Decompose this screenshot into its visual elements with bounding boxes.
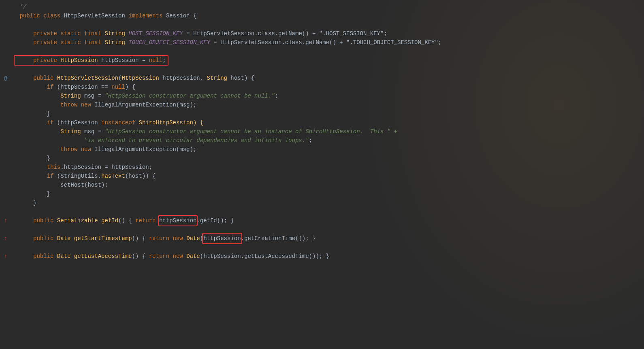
gutter-icon-row: @ (0, 74, 11, 83)
gutter-icon-row (0, 243, 11, 252)
gutter-icon-row (0, 2, 11, 11)
code-line: */ (16, 2, 644, 11)
code-area[interactable]: */ public class HttpServletSession imple… (11, 0, 644, 349)
code-line: } (16, 109, 644, 118)
code-line (16, 65, 644, 74)
gutter-icon-row (0, 20, 11, 29)
code-line: setHost(host); (16, 181, 644, 189)
code-line: if (httpSession instanceof ShiroHttpSess… (16, 118, 644, 127)
gutter-icon-row (0, 56, 11, 65)
gutter-icon-row (0, 127, 11, 136)
gutter-icons: @↑↑↑ (0, 0, 11, 349)
gutter-icon-row (0, 145, 11, 154)
gutter-icon-row (0, 47, 11, 56)
code-line: public Date getLastAccessTime() { return… (16, 252, 644, 261)
gutter-icon-row: ↑ (0, 216, 11, 225)
code-line: "is enforced to prevent circular depende… (16, 136, 644, 145)
gutter-icon-row (0, 92, 11, 100)
code-line: public Date getStartTimestamp() { return… (16, 234, 644, 243)
gutter-icon-row (0, 109, 11, 118)
code-line: } (16, 198, 644, 207)
gutter-icon-row (0, 65, 11, 74)
gutter-icon-row (0, 118, 11, 127)
gutter-icon-row (0, 154, 11, 163)
gutter-icon-row (0, 225, 11, 234)
editor-container: @↑↑↑ */ public class HttpServletSession … (0, 0, 644, 349)
gutter-icon-row (0, 100, 11, 109)
code-line (16, 225, 644, 234)
gutter-icon-row (0, 172, 11, 181)
code-line: throw new IllegalArgumentException(msg); (16, 145, 644, 154)
highlighted-variable: httpSession (159, 216, 196, 225)
gutter-icon-row (0, 189, 11, 198)
gutter-icon-row: ↑ (0, 234, 11, 243)
code-line: if (httpSession == null) { (16, 83, 644, 92)
code-line: private HttpSession httpSession = null; (16, 56, 644, 65)
code-line: private static final String TOUCH_OBJECT… (16, 38, 644, 47)
gutter-icon-row (0, 181, 11, 189)
code-line (16, 243, 644, 252)
code-line: public class HttpServletSession implemen… (16, 11, 644, 20)
gutter-icon-row (0, 83, 11, 92)
gutter-icon-row (0, 136, 11, 145)
gutter-icon-row (0, 11, 11, 20)
code-line: public Serializable getId() { return htt… (16, 216, 644, 225)
code-line: String msg = "HttpSession constructor ar… (16, 127, 644, 136)
highlighted-declaration: private HttpSession httpSession = null; (15, 56, 168, 65)
code-line (16, 207, 644, 216)
code-line (16, 47, 644, 56)
gutter-icon-row (0, 38, 11, 47)
gutter-icon-row: ↑ (0, 252, 11, 261)
code-line: private static final String HOST_SESSION… (16, 29, 644, 38)
code-line: if (StringUtils.hasText(host)) { (16, 172, 644, 181)
code-line: } (16, 189, 644, 198)
highlighted-variable: httpSession (203, 234, 241, 243)
gutter-icon-row (0, 163, 11, 172)
code-line: String msg = "HttpSession constructor ar… (16, 92, 644, 100)
gutter-icon-row (0, 207, 11, 216)
gutter-icon-row (0, 29, 11, 38)
code-line: this.httpSession = httpSession; (16, 163, 644, 172)
code-line: throw new IllegalArgumentException(msg); (16, 100, 644, 109)
code-line: } (16, 154, 644, 163)
gutter-icon-row (0, 198, 11, 207)
code-line: public HttpServletSession(HttpSession ht… (16, 74, 644, 83)
code-line (16, 20, 644, 29)
